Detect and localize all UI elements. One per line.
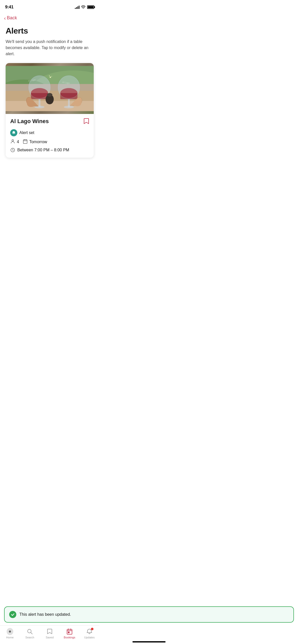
svg-point-18: [49, 76, 50, 77]
restaurant-name: Al Lago Wines: [10, 118, 49, 125]
svg-point-16: [64, 106, 74, 108]
status-icons: [75, 5, 94, 9]
svg-point-23: [47, 93, 52, 97]
alert-set-label: Alert set: [19, 130, 34, 135]
page-title: Alerts: [6, 26, 94, 36]
alert-set-row: Alert set: [10, 129, 89, 136]
svg-rect-25: [23, 140, 27, 143]
card-header: Al Lago Wines: [10, 118, 89, 126]
card-image: Al Lago Al Lago: [6, 63, 94, 114]
svg-rect-9: [31, 93, 48, 99]
alert-card[interactable]: Al Lago Al Lago Al Lago Wines: [6, 63, 94, 158]
svg-rect-14: [60, 93, 77, 99]
page-description: We'll send you a push notification if a …: [6, 39, 94, 57]
bookmark-icon[interactable]: [84, 118, 89, 126]
back-chevron-icon: ‹: [4, 16, 6, 21]
time-row: Between 7:00 PM – 8:00 PM: [10, 148, 89, 153]
status-time: 9:41: [5, 5, 13, 10]
svg-point-17: [50, 77, 51, 78]
time-range-value: Between 7:00 PM – 8:00 PM: [17, 148, 69, 152]
back-label: Back: [7, 15, 17, 21]
page-content: Alerts We'll send you a push notificatio…: [0, 22, 99, 158]
person-icon: [10, 139, 15, 145]
calendar-icon: [23, 139, 28, 145]
details-row: 4 Tomorrow: [10, 139, 89, 145]
back-button[interactable]: ‹ Back: [0, 13, 99, 22]
battery-icon: [87, 5, 94, 9]
card-body: Al Lago Wines Alert set: [6, 114, 94, 158]
signal-icon: [75, 5, 79, 9]
alert-bell-icon: [10, 129, 17, 136]
svg-point-19: [51, 76, 52, 77]
party-size-value: 4: [17, 140, 19, 144]
date-value: Tomorrow: [29, 140, 47, 144]
wifi-icon: [81, 5, 86, 9]
svg-point-24: [12, 140, 14, 141]
status-bar: 9:41: [0, 0, 99, 13]
party-size-item: 4: [10, 139, 19, 145]
date-item: Tomorrow: [23, 139, 47, 145]
svg-point-0: [83, 8, 84, 9]
clock-icon: [10, 148, 15, 153]
